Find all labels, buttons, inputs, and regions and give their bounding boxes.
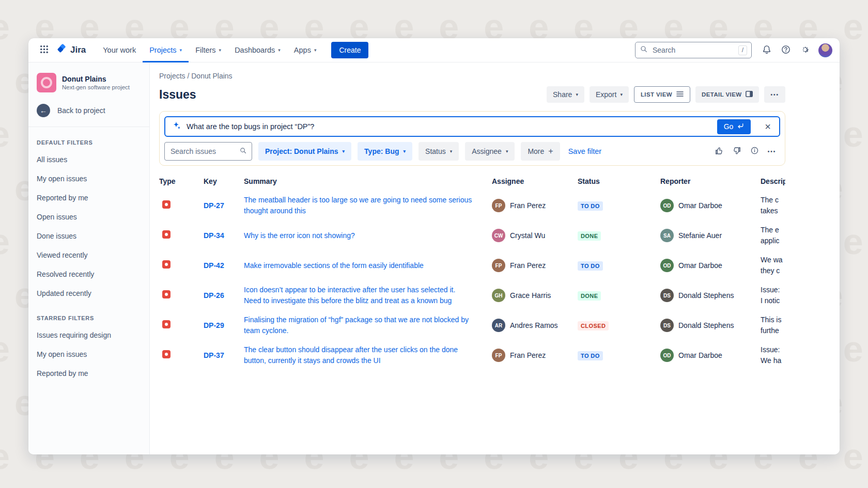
issue-summary-link[interactable]: The meatball header is too large so we a… (244, 195, 474, 216)
list-view-button[interactable]: LIST VIEW (634, 86, 690, 103)
save-filter-link[interactable]: Save filter (568, 147, 601, 155)
breadcrumb[interactable]: Projects / Donut Plains (159, 69, 785, 86)
ai-more-button[interactable]: ••• (765, 144, 779, 159)
nav-item-filters[interactable]: Filters▾ (189, 38, 228, 62)
share-button[interactable]: Share ▾ (547, 86, 584, 103)
nav-item-label: Apps (294, 46, 311, 54)
title-row: Issues Share ▾ Export ▾ LIST VIEW (159, 86, 785, 103)
sidebar-item-0-all-issues[interactable]: All issues (28, 150, 149, 169)
thumbs-down-button[interactable] (730, 144, 744, 159)
top-navigation: Jira Your workProjects▾Filters▾Dashboard… (28, 38, 840, 62)
assignee-name: Andres Ramos (510, 321, 558, 329)
back-to-project[interactable]: ← Back to project (28, 100, 149, 127)
ai-query-text[interactable]: What are the top bugs in project “DP”? (187, 122, 711, 131)
nav-item-projects[interactable]: Projects▾ (143, 38, 189, 62)
chevron-down-icon: ▾ (343, 149, 345, 154)
sidebar-item-0-reported-by-me[interactable]: Reported by me (28, 188, 149, 207)
issue-description: Issue:We ha (761, 344, 785, 366)
ai-feedback: ••• (712, 144, 780, 159)
create-button[interactable]: Create (331, 42, 368, 58)
issue-key-link[interactable]: DP-34 (204, 231, 224, 240)
close-icon[interactable]: × (756, 121, 773, 132)
filter-chip-assignee[interactable]: Assignee▾ (465, 142, 515, 161)
nav-item-dashboards[interactable]: Dashboards▾ (228, 38, 287, 62)
chevron-down-icon: ▾ (180, 48, 182, 53)
filter-chip-project-donut-plains[interactable]: Project: Donut Plains▾ (258, 142, 351, 161)
chevron-down-icon: ▾ (278, 48, 281, 53)
detail-view-button[interactable]: DETAIL VIEW (695, 86, 759, 103)
assignee-cell: FPFran Perez (492, 199, 578, 212)
detail-view-icon (746, 91, 753, 98)
issue-key-link[interactable]: DP-29 (204, 321, 224, 329)
back-arrow-icon: ← (37, 104, 50, 117)
sidebar-item-0-my-open-issues[interactable]: My open issues (28, 169, 149, 188)
issue-key-link[interactable]: DP-26 (204, 291, 224, 300)
issue-summary-link[interactable]: Make irremovable sections of the form ea… (244, 260, 474, 271)
status-badge: DONE (578, 291, 601, 301)
column-header-assignee: Assignee (492, 177, 578, 185)
reporter-name: Omar Darboe (678, 201, 722, 210)
filter-chip-type-bug[interactable]: Type: Bug▾ (358, 142, 412, 161)
reporter-cell: DSDonald Stephens (660, 319, 761, 332)
list-view-icon (676, 91, 684, 98)
sidebar-item-1-issues-requiring-design[interactable]: Issues requiring design (28, 325, 149, 344)
ai-go-button[interactable]: Go (717, 119, 751, 134)
assignee-name: Fran Perez (510, 201, 546, 210)
sidebar-item-0-done-issues[interactable]: Done issues (28, 226, 149, 245)
issue-type-cell (159, 290, 204, 301)
global-search[interactable]: / (635, 42, 752, 58)
nav-item-your-work[interactable]: Your work (96, 38, 143, 62)
issue-key-link[interactable]: DP-37 (204, 351, 224, 359)
primary-nav: Your workProjects▾Filters▾Dashboards▾App… (96, 38, 323, 62)
settings-button[interactable] (797, 42, 813, 58)
issue-key-link[interactable]: DP-27 (204, 201, 224, 210)
more-filters-button[interactable]: More + (521, 142, 560, 161)
sidebar-item-0-updated-recently[interactable]: Updated recently (28, 284, 149, 303)
issue-type-cell (159, 350, 204, 360)
issue-search-input[interactable] (169, 147, 236, 156)
nav-item-apps[interactable]: Apps▾ (287, 38, 323, 62)
column-header-reporter: Reporter (660, 177, 761, 185)
user-avatar[interactable] (818, 43, 832, 57)
sidebar-item-0-open-issues[interactable]: Open issues (28, 207, 149, 226)
issue-key-link[interactable]: DP-42 (204, 261, 224, 270)
issue-summary-link[interactable]: Why is the error icon not showing? (244, 230, 474, 241)
assignee-avatar: CW (492, 229, 505, 242)
assignee-avatar: FP (492, 259, 505, 272)
export-button[interactable]: Export ▾ (590, 86, 629, 103)
issue-row-dp-27: DP-27The meatball header is too large so… (159, 191, 785, 221)
back-to-project-label: Back to project (57, 106, 105, 115)
sidebar-item-0-viewed-recently[interactable]: Viewed recently (28, 245, 149, 264)
reporter-name: Omar Darboe (678, 351, 722, 359)
column-header-type: Type (159, 177, 204, 185)
reporter-name: Donald Stephens (678, 321, 734, 329)
reporter-avatar: OD (660, 259, 674, 272)
bug-icon (162, 350, 171, 358)
issue-row-dp-29: DP-29Finalising the migration of “hgf” p… (159, 310, 785, 340)
chevron-down-icon: ▾ (219, 48, 222, 53)
issue-summary-link[interactable]: Finalising the migration of “hgf” packag… (244, 314, 474, 336)
help-button[interactable] (778, 42, 794, 58)
filter-chip-status[interactable]: Status▾ (419, 142, 459, 161)
info-button[interactable] (747, 144, 762, 159)
issue-summary-link[interactable]: The clear button should disappear after … (244, 344, 474, 366)
more-options-button[interactable]: ••• (764, 86, 785, 103)
page-title: Issues (159, 88, 196, 102)
enter-icon (737, 122, 744, 131)
chevron-down-icon: ▾ (404, 149, 406, 154)
issue-search[interactable] (164, 142, 252, 161)
app-switcher-button[interactable] (36, 42, 52, 58)
sidebar-item-0-resolved-recently[interactable]: Resolved recently (28, 264, 149, 284)
jira-logo[interactable]: Jira (52, 44, 91, 57)
global-search-input[interactable] (652, 45, 735, 55)
assignee-cell: FPFran Perez (492, 349, 578, 362)
notifications-button[interactable] (758, 42, 775, 58)
filter-bar: Project: Donut Plains▾Type: Bug▾Status▾A… (164, 142, 780, 161)
thumbs-up-button[interactable] (712, 144, 726, 159)
assignee-cell: CWCrystal Wu (492, 229, 578, 242)
sidebar-item-1-my-open-issues[interactable]: My open issues (28, 344, 149, 364)
sidebar-item-1-reported-by-me[interactable]: Reported by me (28, 364, 149, 383)
issue-description: Issue:I notic (761, 285, 785, 306)
issue-summary-link[interactable]: Icon doesn’t appear to be interactive af… (244, 285, 474, 306)
nav-item-label: Projects (149, 46, 176, 54)
